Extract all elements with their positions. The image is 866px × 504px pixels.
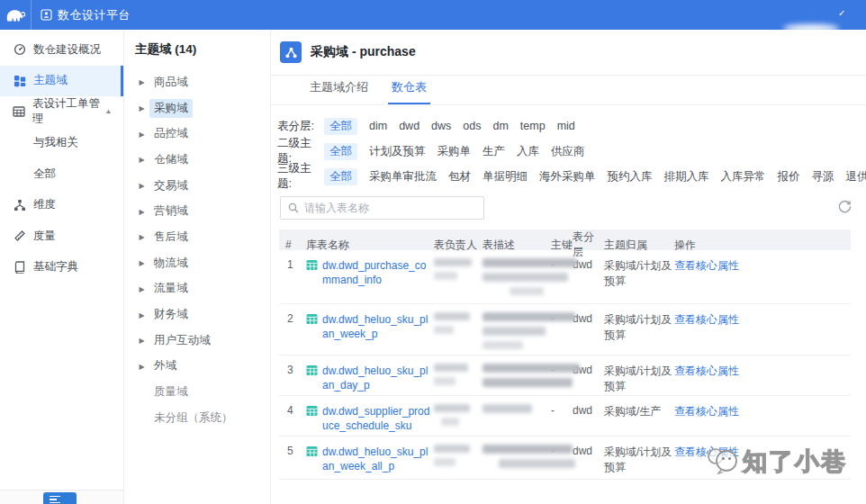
caret-right-icon[interactable]: ▶ bbox=[140, 104, 149, 112]
filter-option[interactable]: 入库 bbox=[517, 144, 539, 159]
caret-right-icon[interactable]: ▶ bbox=[140, 207, 149, 215]
filter-option[interactable]: 包材 bbox=[448, 169, 471, 184]
filter-label: 三级主题: bbox=[277, 161, 324, 192]
tables-list: # 库表名称 表负责人 表描述 主键 表分层 主题归属 操作 1 dw.dwd_… bbox=[279, 230, 851, 480]
caret-right-icon[interactable]: ▶ bbox=[140, 310, 149, 319]
sidebar-item-dictionary[interactable]: 基础字典 bbox=[0, 252, 123, 284]
redacted-avatar-blob bbox=[783, 24, 839, 32]
domain-item-finance[interactable]: ▶财务域 bbox=[124, 302, 270, 328]
table-name-link[interactable]: dw.dwd_heluo_sku_plan_week_all_p bbox=[322, 445, 434, 473]
table-icon bbox=[306, 364, 318, 379]
row-domain: 采购域/计划及预算 bbox=[604, 312, 674, 343]
view-core-attrs-link[interactable]: 查看核心属性 bbox=[674, 404, 851, 419]
row-layer: dwd bbox=[573, 404, 604, 417]
row-index: 2 bbox=[279, 312, 306, 325]
subject-domain-panel: 主题域 (14) ▶商品域 ▶采购域 ▶品控域 ▶仓储域 ▶交易域 ▶营销域 ▶… bbox=[124, 30, 271, 504]
sidebar-item-measure[interactable]: 度量 bbox=[0, 220, 123, 252]
table-name-link[interactable]: dw.dwd_supplier_produce_schedule_sku bbox=[322, 404, 434, 433]
table-row: 4 dw.dwd_supplier_produce_schedule_sku -… bbox=[279, 396, 851, 436]
domain-item-trade[interactable]: ▶交易域 bbox=[124, 173, 270, 199]
view-core-attrs-link[interactable]: 查看核心属性 bbox=[674, 258, 851, 274]
filter-option[interactable]: dm bbox=[492, 120, 508, 132]
filter-option[interactable]: 报价 bbox=[778, 169, 800, 184]
table-row: 2 dw.dwd_heluo_sku_plan_week_p - dwd 采购域… bbox=[279, 304, 851, 356]
col-header-layer: 表分层 bbox=[573, 230, 604, 260]
filter-option[interactable]: 寻源 bbox=[812, 169, 834, 184]
filter-option[interactable]: 全部 bbox=[324, 118, 357, 135]
domain-item-marketing[interactable]: ▶营销域 bbox=[124, 198, 270, 224]
domain-item-user-interaction[interactable]: ▶用户互动域 bbox=[124, 328, 270, 354]
filter-option[interactable]: 采购单 bbox=[438, 144, 472, 159]
caret-right-icon[interactable]: ▶ bbox=[140, 182, 149, 190]
redacted-owner bbox=[434, 445, 483, 472]
caret-right-icon[interactable]: ▶ bbox=[140, 156, 149, 164]
caret-right-icon[interactable]: ▶ bbox=[140, 78, 149, 86]
filter-option[interactable]: 入库异常 bbox=[721, 169, 766, 184]
filter-option[interactable]: temp bbox=[520, 120, 546, 132]
top-navigation-bar: 数仓设计平台 bbox=[0, 0, 866, 30]
view-core-attrs-link[interactable]: 查看核心属性 bbox=[674, 445, 851, 460]
filter-option[interactable]: dim bbox=[369, 120, 387, 132]
filter-option[interactable]: 退供 bbox=[846, 169, 866, 184]
table-search-box[interactable] bbox=[280, 196, 484, 220]
domain-item-quality[interactable]: 质量域 bbox=[124, 379, 270, 405]
row-layer: dwd bbox=[573, 445, 604, 457]
domain-item-goods[interactable]: ▶商品域 bbox=[124, 69, 270, 95]
tab-warehouse-tables[interactable]: 数仓表 bbox=[388, 79, 430, 104]
tab-domain-intro[interactable]: 主题域介绍 bbox=[306, 79, 372, 104]
filter-option[interactable]: 排期入库 bbox=[664, 169, 709, 184]
filter-option[interactable]: mid bbox=[557, 120, 575, 132]
sidebar-item-all-tickets[interactable]: 全部 bbox=[0, 158, 123, 190]
domain-item-purchase[interactable]: ▶采购域 bbox=[124, 95, 270, 122]
filter-option[interactable]: 全部 bbox=[324, 143, 357, 160]
refresh-icon[interactable] bbox=[837, 199, 852, 214]
avatar-caret-icon[interactable]: ✓ bbox=[838, 8, 845, 18]
sidebar-item-ticket-mgmt[interactable]: 表设计工单管理 ▲ bbox=[0, 96, 123, 128]
caret-right-icon[interactable]: ▶ bbox=[140, 130, 149, 138]
filter-option[interactable]: ods bbox=[463, 120, 481, 132]
worksheet-icon bbox=[13, 105, 25, 119]
sidebar-item-dimension[interactable]: 维度 bbox=[0, 190, 123, 221]
domain-item-external[interactable]: ▶外域 bbox=[124, 354, 270, 380]
domain-item-logistics[interactable]: ▶物流域 bbox=[124, 250, 270, 276]
filter-option[interactable]: dws bbox=[431, 120, 451, 132]
caret-right-icon[interactable]: ▶ bbox=[140, 233, 149, 241]
caret-right-icon[interactable]: ▶ bbox=[140, 337, 149, 345]
table-icon bbox=[306, 313, 318, 328]
sidebar-item-label: 数仓建设概况 bbox=[33, 42, 101, 58]
filter-option[interactable]: 预约入库 bbox=[608, 169, 653, 184]
view-core-attrs-link[interactable]: 查看核心属性 bbox=[674, 364, 851, 379]
filter-option[interactable]: 供应商 bbox=[551, 144, 585, 159]
caret-right-icon[interactable]: ▶ bbox=[140, 284, 149, 292]
chevron-up-icon[interactable]: ▲ bbox=[104, 108, 113, 115]
domain-item-quality-control[interactable]: ▶品控域 bbox=[124, 121, 270, 147]
filter-option[interactable]: 海外采购单 bbox=[539, 169, 596, 184]
domain-panel-title: 主题域 (14) bbox=[124, 30, 270, 58]
sidebar-item-related-to-me[interactable]: 与我相关 bbox=[0, 128, 123, 159]
row-index: 3 bbox=[279, 364, 306, 376]
domain-item-warehouse[interactable]: ▶仓储域 bbox=[124, 147, 270, 173]
domain-item-ungrouped[interactable]: 未分组（系统） bbox=[124, 405, 270, 431]
sidebar-collapse-button[interactable] bbox=[43, 492, 77, 504]
view-core-attrs-link[interactable]: 查看核心属性 bbox=[674, 312, 851, 328]
table-name-link[interactable]: dw.dwd_heluo_sku_plan_week_p bbox=[322, 312, 434, 341]
search-input[interactable] bbox=[302, 201, 483, 215]
filter-option[interactable]: 全部 bbox=[324, 168, 357, 185]
sidebar-item-overview[interactable]: 数仓建设概况 bbox=[0, 34, 123, 66]
filter-option[interactable]: 计划及预算 bbox=[369, 144, 426, 159]
col-header-index: # bbox=[279, 238, 306, 251]
sidebar-item-subject-domain[interactable]: 主题域 bbox=[0, 66, 123, 97]
ruler-icon bbox=[13, 230, 26, 243]
caret-right-icon[interactable]: ▶ bbox=[140, 362, 149, 370]
sidebar-footer bbox=[0, 490, 123, 504]
table-name-link[interactable]: dw.dwd_purchase_command_info bbox=[322, 258, 434, 287]
redacted-owner bbox=[434, 312, 483, 339]
filter-option[interactable]: 单据明细 bbox=[483, 169, 528, 184]
filter-option[interactable]: 采购单审批流 bbox=[369, 169, 437, 184]
domain-item-traffic[interactable]: ▶流量域 bbox=[124, 276, 270, 302]
domain-item-aftersale[interactable]: ▶售后域 bbox=[124, 224, 270, 250]
caret-right-icon[interactable]: ▶ bbox=[140, 259, 149, 267]
table-name-link[interactable]: dw.dwd_heluo_sku_plan_day_p bbox=[322, 364, 434, 392]
filter-option[interactable]: dwd bbox=[399, 120, 419, 132]
filter-option[interactable]: 生产 bbox=[483, 144, 505, 159]
